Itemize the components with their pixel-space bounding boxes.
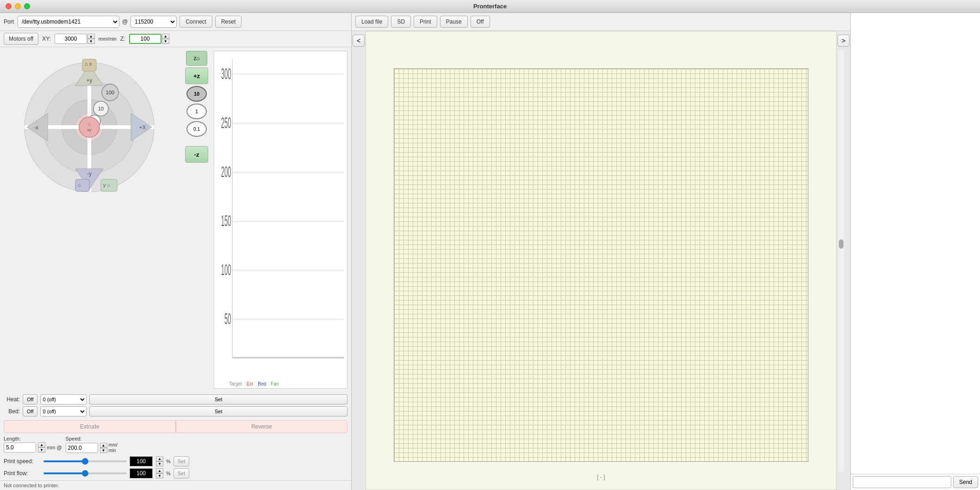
print-button[interactable]: Print — [414, 16, 437, 28]
pause-button[interactable]: Pause — [440, 16, 468, 28]
z-spin-down[interactable]: ▼ — [162, 39, 169, 44]
temp-legend: Target Ext Bed Fan — [229, 381, 279, 386]
svg-text:+y: +y — [86, 77, 92, 84]
z-step-1[interactable]: 1 — [186, 104, 207, 119]
length-input-row: ▲ ▼ mm @ — [4, 442, 62, 453]
at-label: @ — [122, 18, 128, 25]
maximize-button[interactable] — [24, 3, 30, 9]
z-minus-button[interactable]: -z — [185, 146, 208, 163]
length-unit: mm @ — [47, 445, 62, 450]
print-speed-spin: ▲ ▼ — [156, 456, 163, 466]
print-flow-input[interactable] — [130, 468, 153, 478]
z-step-01[interactable]: 0.1 — [186, 121, 207, 137]
print-speed-label: Print speed: — [4, 458, 41, 465]
speed-spin-up[interactable]: ▲ — [100, 443, 107, 448]
print-speed-spin-down[interactable]: ▼ — [156, 461, 163, 466]
legend-fan: Fan — [271, 381, 279, 386]
print-flow-set-button[interactable]: Set — [174, 468, 190, 478]
connect-button[interactable]: Connect — [180, 16, 212, 28]
speed-input-row: ▲ ▼ mm/min — [66, 442, 118, 453]
nav-right-container: > — [837, 31, 850, 490]
console-input[interactable] — [853, 476, 951, 488]
print-speed-input[interactable] — [130, 456, 153, 466]
svg-text:10: 10 — [98, 106, 104, 111]
print-speed-set-button[interactable]: Set — [174, 456, 190, 466]
print-grid — [394, 68, 808, 462]
port-label: Port — [4, 18, 14, 25]
svg-text:y ⌂: y ⌂ — [103, 182, 110, 188]
heat-off-button[interactable]: Off — [23, 394, 37, 404]
extrude-button[interactable]: Extrude — [4, 420, 176, 433]
z-step-10[interactable]: 10 — [186, 86, 207, 102]
print-speed-thumb[interactable] — [82, 458, 88, 465]
z-spin-up[interactable]: ▲ — [162, 34, 169, 39]
bed-off-button[interactable]: Off — [23, 406, 37, 416]
z-speed-input[interactable] — [129, 34, 161, 44]
svg-text:150: 150 — [221, 212, 231, 229]
svg-point-22 — [79, 117, 99, 137]
z-label: Z: — [120, 36, 125, 42]
nav-right-button[interactable]: > — [837, 35, 850, 47]
z-home-top[interactable]: z⌂ — [186, 51, 207, 66]
bed-row: Bed: Off 0 (off) Set — [4, 406, 347, 416]
console-panel: Send — [850, 13, 980, 490]
legend-target: Target — [229, 381, 242, 386]
minimize-button[interactable] — [15, 3, 21, 9]
heat-select[interactable]: 0 (off) — [40, 394, 87, 404]
z-spin-wrapper: ▲ ▼ — [129, 34, 169, 44]
xy-speed-input[interactable] — [55, 34, 87, 44]
title-bar: Pronterface — [0, 0, 980, 13]
speed-unit: mm/min — [109, 442, 118, 453]
nav-left-button[interactable]: < — [353, 35, 365, 47]
port-select[interactable]: /dev/tty.usbmodem1421 — [18, 16, 119, 28]
svg-text:-y: -y — [87, 171, 92, 177]
xy-spin-buttons: ▲ ▼ — [87, 34, 95, 44]
print-speed-slider[interactable] — [43, 460, 127, 462]
console-input-row: Send — [851, 474, 980, 490]
load-file-button[interactable]: Load file — [355, 16, 388, 28]
z-spin-buttons: ▲ ▼ — [162, 34, 169, 44]
bed-set-button[interactable]: Set — [89, 406, 347, 416]
print-flow-spin-up[interactable]: ▲ — [156, 468, 163, 473]
z-plus-button[interactable]: +z — [185, 67, 208, 84]
print-speed-pct: % — [166, 459, 171, 464]
heat-row: Heat: Off 0 (off) Set — [4, 394, 347, 404]
length-spin-up[interactable]: ▲ — [38, 442, 45, 447]
xy-spin-wrapper: ▲ ▼ — [55, 34, 95, 44]
reset-button[interactable]: Reset — [215, 16, 242, 28]
speed-spin-down[interactable]: ▼ — [100, 448, 107, 453]
svg-text:100: 100 — [221, 261, 231, 278]
print-flow-spin: ▲ ▼ — [156, 468, 163, 478]
speed-input[interactable] — [66, 443, 98, 453]
baud-select[interactable]: 115200 — [130, 16, 177, 28]
bed-select[interactable]: 0 (off) — [40, 406, 87, 416]
print-flow-thumb[interactable] — [82, 470, 88, 477]
status-text: Not connected to printer. — [4, 483, 59, 488]
length-spin-down[interactable]: ▼ — [38, 447, 45, 453]
length-input[interactable] — [4, 442, 36, 453]
xy-spin-down[interactable]: ▼ — [87, 39, 95, 44]
xy-spin-up[interactable]: ▲ — [87, 34, 95, 39]
print-flow-spin-down[interactable]: ▼ — [156, 473, 163, 478]
print-flow-row: Print flow: ▲ ▼ % Set — [4, 468, 347, 478]
send-button[interactable]: Send — [953, 476, 978, 488]
close-button[interactable] — [6, 3, 12, 9]
off-button[interactable]: Off — [471, 16, 490, 28]
mmmin-label: mm/min — [99, 36, 117, 42]
reverse-button[interactable]: Reverse — [176, 420, 348, 433]
print-speed-spin-up[interactable]: ▲ — [156, 456, 163, 461]
console-output — [851, 13, 980, 474]
bed-label: Bed: — [4, 408, 20, 415]
xy-jog-wheel: +y -y +X -x 100 10 1 — [4, 51, 180, 194]
jog-area: +y -y +X -x 100 10 1 — [0, 47, 351, 392]
scrollbar-thumb[interactable] — [839, 239, 844, 249]
heat-set-button[interactable]: Set — [89, 394, 347, 404]
svg-text:⌂: ⌂ — [88, 122, 91, 127]
xy-label: XY: — [42, 36, 51, 42]
toolbar-row2: Motors off XY: ▲ ▼ mm/min Z: ▲ ▼ — [0, 31, 351, 47]
scrollbar-track[interactable] — [838, 49, 844, 472]
print-flow-slider[interactable] — [43, 472, 127, 474]
motors-off-button[interactable]: Motors off — [4, 33, 38, 45]
svg-text:⌂ x: ⌂ x — [85, 61, 92, 67]
sd-button[interactable]: SD — [391, 16, 411, 28]
